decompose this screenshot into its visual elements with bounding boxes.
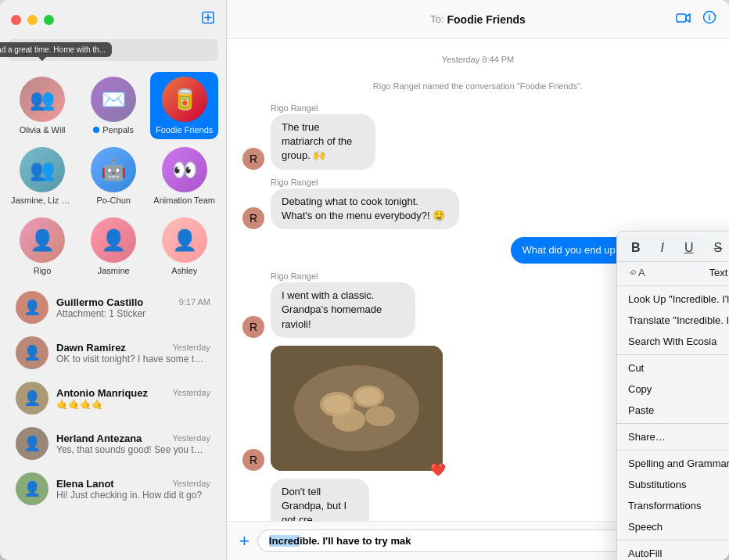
sender-name: Rigo Rangel (271, 271, 521, 281)
ctx-speech-label: Speech (628, 521, 663, 533)
pin-item-foodie-friends[interactable]: 🥫 Foodie Friends (150, 72, 218, 139)
conv-preview-antonio: 🤙🤙🤙🤙 (56, 399, 205, 410)
search-bar[interactable]: 🔍 (8, 39, 218, 61)
conv-preview-herland: Yes, that sounds good! See you then. (56, 444, 205, 455)
minimize-button[interactable] (27, 15, 38, 25)
pin-avatar-jasmine: 👤 (91, 217, 136, 263)
pin-label-olivia: Olivia & Will (20, 125, 66, 135)
search-input[interactable] (32, 45, 210, 56)
conv-info-antonio: Antonio Manriquez Yesterday 🤙🤙🤙🤙 (56, 387, 210, 410)
separator (617, 450, 729, 451)
svg-point-8 (365, 406, 395, 426)
pin-avatar-animation: 👀 (162, 147, 207, 192)
ctx-text-effects[interactable]: ꩜A Text Effects › (617, 262, 729, 283)
conv-avatar-dawn: 👤 (16, 336, 48, 369)
separator (617, 285, 729, 286)
context-menu: B I U S ꩜A Text Effects › Look Up "Incre… (616, 231, 729, 560)
ctx-share-label: Share… (628, 431, 666, 443)
info-button[interactable] (702, 10, 716, 28)
ctx-lookup[interactable]: Look Up "Incredible. I'll have to try…" (617, 289, 729, 310)
conv-preview-dawn: OK to visit tonight? I have some things … (56, 354, 205, 364)
chat-group-name: Foodie Friends (447, 13, 526, 26)
conv-avatar-elena: 👤 (16, 472, 48, 505)
pin-avatar-jasmine-liz: 👥 (20, 147, 65, 192)
conv-preview-guillermo: Attachment: 1 Sticker (56, 308, 205, 319)
pin-avatar-rigo: 👤 (20, 217, 65, 263)
pin-avatar-pochun: 🤖 (91, 147, 136, 192)
pin-item-animation-team[interactable]: 👀 Animation Team (150, 142, 218, 210)
conv-info-elena: Elena Lanot Yesterday Hi! Just checking … (56, 478, 210, 501)
compose-button[interactable] (201, 11, 215, 29)
system-named-msg: Rigo Rangel named the conversation "Food… (242, 81, 713, 91)
svg-rect-1 (677, 14, 686, 22)
pin-item-jasmine-liz[interactable]: 👥 Jasmine, Liz &... (8, 142, 77, 210)
pin-avatar-ashley: 👤 (162, 217, 207, 263)
ctx-translate-label: Translate "Incredible. I'll have to try…… (628, 314, 729, 326)
conv-item-herland[interactable]: 👤 Herland Antezana Yesterday Yes, that s… (5, 421, 221, 466)
fullscreen-button[interactable] (44, 15, 54, 25)
close-button[interactable] (11, 15, 21, 25)
ctx-autofill[interactable]: AutoFill › (617, 543, 729, 560)
separator (617, 354, 729, 355)
format-row: B I U S (617, 235, 729, 262)
pin-item-rigo[interactable]: 👤 Rigo (8, 213, 77, 280)
msg-avatar: R (242, 449, 264, 471)
underline-button[interactable]: U (681, 239, 697, 257)
sidebar-titlebar (0, 0, 226, 39)
pin-avatar-penpals: ✉️ (91, 77, 136, 122)
ctx-lookup-label: Look Up "Incredible. I'll have to try…" (628, 293, 729, 305)
pin-item-jasmine[interactable]: 👤 Jasmine (80, 213, 147, 280)
conv-time-herland: Yesterday (172, 433, 210, 443)
sender-name: Rigo Rangel (271, 103, 451, 113)
text-effects-icon: ꩜A (628, 267, 645, 278)
bold-button[interactable]: B (628, 239, 644, 257)
conv-item-guillermo[interactable]: 👤 Guillermo Castillo 9:17 AM Attachment:… (5, 285, 221, 330)
video-call-button[interactable] (676, 10, 691, 28)
sender-name: Rigo Rangel (271, 178, 596, 187)
system-timestamp: Yesterday 8:44 PM (242, 55, 713, 64)
ctx-cut[interactable]: Cut (617, 357, 729, 379)
ctx-translate[interactable]: Translate "Incredible. I'll have to try…… (617, 310, 729, 331)
pin-item-ashley[interactable]: 👤 Ashley (150, 213, 218, 280)
pin-label-penpals: Penpals (93, 125, 134, 135)
pin-item-olivia-will[interactable]: We had a great time. Home with th... 👥 O… (8, 72, 77, 139)
conv-avatar-herland: 👤 (16, 427, 48, 460)
pin-label-rigo: Rigo (34, 266, 52, 275)
text-effects-label: Text Effects (709, 267, 729, 278)
conv-name-herland: Herland Antezana (56, 433, 142, 444)
ctx-spelling[interactable]: Spelling and Grammar › (617, 453, 729, 474)
ctx-paste[interactable]: Paste (617, 400, 729, 421)
conv-name-elena: Elena Lanot (56, 478, 114, 490)
conv-info-dawn: Dawn Ramirez Yesterday OK to visit tonig… (56, 342, 210, 364)
pin-avatar-olivia: 👥 (20, 77, 65, 122)
ctx-substitutions-label: Substitutions (628, 479, 686, 490)
search-icon: 🔍 (16, 45, 27, 56)
pinned-grid: We had a great time. Home with th... 👥 O… (0, 67, 226, 285)
message-image (271, 346, 443, 471)
conv-item-dawn[interactable]: 👤 Dawn Ramirez Yesterday OK to visit ton… (5, 330, 221, 375)
conv-item-elena[interactable]: 👤 Elena Lanot Yesterday Hi! Just checkin… (5, 466, 221, 512)
to-label: To: (430, 13, 444, 25)
italic-button[interactable]: I (658, 239, 667, 257)
message-bubble: The true matriarch of the group. 🙌 (271, 114, 375, 170)
ctx-transformations[interactable]: Transformations › (617, 495, 729, 516)
msg-avatar: R (242, 148, 264, 170)
ctx-copy[interactable]: Copy (617, 379, 729, 400)
ctx-autofill-label: AutoFill (628, 547, 662, 559)
ctx-substitutions[interactable]: Substitutions › (617, 474, 729, 495)
pin-label-foodie: Foodie Friends (156, 125, 213, 135)
pin-item-penpals[interactable]: ✉️ Penpals (80, 72, 147, 139)
strikethrough-button[interactable]: S (711, 239, 726, 257)
ctx-search-ecosia[interactable]: Search With Ecosia (617, 331, 729, 352)
pin-label-jasmine: Jasmine (98, 266, 130, 275)
ctx-share[interactable]: Share… (617, 426, 729, 447)
conv-time-dawn: Yesterday (172, 343, 210, 352)
conv-item-antonio[interactable]: 👤 Antonio Manriquez Yesterday 🤙🤙🤙🤙 (5, 375, 221, 421)
pin-item-pochun[interactable]: 🤖 Po-Chun (80, 142, 147, 210)
conv-info-guillermo: Guillermo Castillo 9:17 AM Attachment: 1… (56, 296, 210, 319)
conv-avatar-antonio: 👤 (16, 382, 48, 415)
ctx-speech[interactable]: Speech › (617, 516, 729, 537)
add-attachment-button[interactable]: + (239, 531, 250, 551)
conv-name-guillermo: Guillermo Castillo (56, 296, 143, 308)
pin-label-animation: Animation Team (153, 196, 215, 205)
